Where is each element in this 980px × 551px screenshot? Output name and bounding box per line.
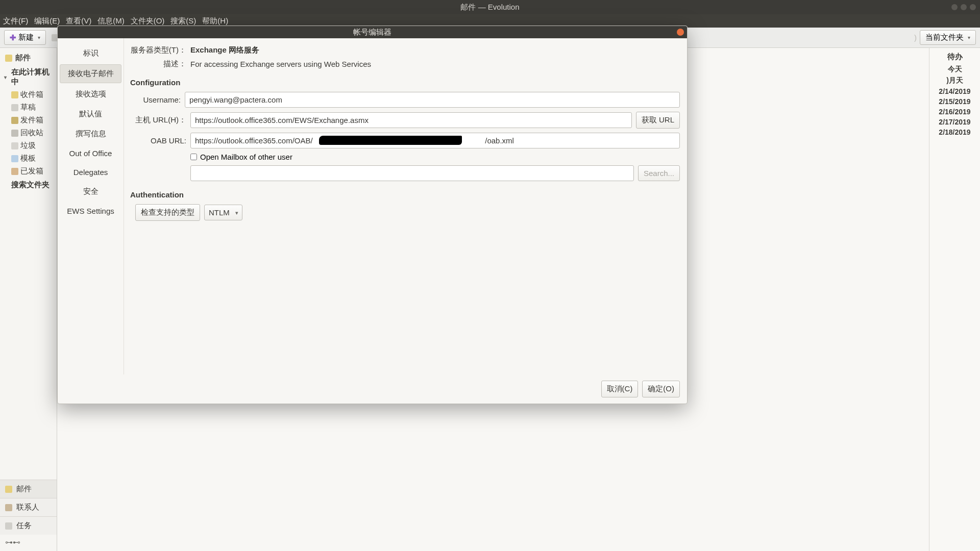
- template-icon: [11, 155, 18, 162]
- switcher-contacts[interactable]: 联系人: [0, 498, 57, 516]
- nav-identity[interactable]: 标识: [60, 44, 121, 62]
- tomorrow-heading: )月天: [932, 76, 978, 85]
- window-controls: [951, 4, 976, 10]
- tree-expand-icon: ▾: [4, 74, 9, 80]
- envelope-icon: [5, 486, 12, 493]
- cancel-button[interactable]: 取消(C): [601, 381, 639, 397]
- folder-drafts[interactable]: 草稿: [1, 101, 57, 114]
- host-url-input[interactable]: [190, 112, 632, 128]
- menu-file[interactable]: 文件(F): [3, 16, 28, 26]
- folder-outbox[interactable]: 发件箱: [1, 114, 57, 127]
- folder-drafts-label: 草稿: [20, 103, 36, 112]
- configuration-heading: Configuration: [130, 78, 680, 87]
- open-other-user-checkbox[interactable]: [190, 154, 197, 160]
- nav-receiving-mail[interactable]: 接收电子邮件: [60, 64, 121, 83]
- folder-search-root[interactable]: 搜索文件夹: [1, 179, 57, 191]
- description-value: For accessing Exchange servers using Web…: [190, 60, 680, 68]
- menu-folder[interactable]: 文件夹(O): [131, 16, 165, 26]
- folder-search-label: 搜索文件夹: [11, 180, 50, 190]
- current-folder-label: 当前文件夹: [925, 33, 964, 42]
- outbox-icon: [11, 117, 18, 124]
- folder-sent[interactable]: 已发箱: [1, 165, 57, 178]
- close-icon[interactable]: [970, 4, 976, 10]
- switcher-tasks[interactable]: 任务: [0, 516, 57, 535]
- switcher-more[interactable]: ⊶⊷: [0, 535, 57, 551]
- plus-icon: ✚: [10, 33, 16, 42]
- folder-sent-label: 已发箱: [20, 166, 43, 176]
- nav-security[interactable]: 安全: [60, 183, 121, 201]
- app-title: 邮件 — Evolution: [460, 3, 519, 12]
- search-user-button[interactable]: Search...: [638, 165, 680, 181]
- nav-delegates[interactable]: Delegates: [60, 164, 121, 181]
- nav-ews-settings[interactable]: EWS Settings: [60, 203, 121, 219]
- other-user-input[interactable]: [190, 165, 634, 181]
- dialog-title: 帐号编辑器: [353, 28, 391, 37]
- new-button-label: 新建: [18, 33, 34, 42]
- check-supported-types-button[interactable]: 检查支持的类型: [135, 204, 200, 221]
- sidebar-header-label: 邮件: [15, 53, 31, 63]
- envelope-icon: [5, 55, 12, 62]
- dialog-close-icon[interactable]: [677, 29, 684, 36]
- folder-inbox[interactable]: 收件箱: [1, 88, 57, 101]
- menu-message[interactable]: 信息(M): [97, 16, 125, 26]
- folder-local[interactable]: ▾在此计算机中: [1, 66, 57, 88]
- main-titlebar: 邮件 — Evolution: [0, 0, 980, 14]
- host-url-label: 主机 URL(H)：: [130, 115, 186, 125]
- folder-outbox-label: 发件箱: [20, 115, 43, 125]
- today-heading: 今天: [932, 65, 978, 74]
- folder-recycle[interactable]: 回收站: [1, 127, 57, 139]
- nav-out-of-office[interactable]: Out of Office: [60, 145, 121, 162]
- date-entry: 2/14/2019: [932, 87, 978, 95]
- tasks-icon: [5, 522, 12, 530]
- account-editor-dialog: 帐号编辑器 标识 接收电子邮件 接收选项 默认值 撰写信息 Out of Off…: [57, 26, 688, 404]
- username-label: Username:: [130, 95, 181, 104]
- draft-icon: [11, 104, 18, 111]
- server-type-value: Exchange 网络服务: [190, 45, 680, 55]
- description-label: 描述：: [130, 59, 186, 69]
- todo-panel: 待办 今天 )月天 2/14/2019 2/15/2019 2/16/2019 …: [929, 48, 980, 551]
- auth-type-select[interactable]: NTLM: [204, 205, 242, 220]
- dialog-titlebar: 帐号编辑器: [58, 26, 687, 38]
- username-input[interactable]: [185, 92, 680, 108]
- server-type-label: 服务器类型(T)：: [130, 45, 186, 55]
- sidebar-header: 邮件: [0, 48, 57, 66]
- chevron-down-icon: ▾: [38, 35, 40, 40]
- nav-composing[interactable]: 撰写信息: [60, 125, 121, 143]
- todo-header: 待办: [932, 52, 978, 62]
- switcher-mail-label: 邮件: [16, 484, 32, 494]
- menu-search[interactable]: 搜索(S): [170, 16, 196, 26]
- nav-defaults[interactable]: 默认值: [60, 105, 121, 123]
- open-other-user-label: Open Mailbox of other user: [200, 153, 292, 161]
- authentication-heading: Authentication: [130, 190, 680, 199]
- recycle-icon: [11, 130, 18, 137]
- folder-junk[interactable]: 垃圾: [1, 139, 57, 152]
- menu-view[interactable]: 查看(V): [66, 16, 91, 26]
- dialog-content: 服务器类型(T)： Exchange 网络服务 描述： For accessin…: [124, 38, 687, 374]
- switcher-contacts-label: 联系人: [16, 503, 39, 512]
- contacts-icon: [5, 504, 12, 511]
- maximize-icon[interactable]: [961, 4, 967, 10]
- folder-templates[interactable]: 模板: [1, 152, 57, 165]
- switcher-tasks-label: 任务: [16, 521, 32, 531]
- folder-tree: ▾在此计算机中 收件箱 草稿 发件箱 回收站 垃圾 模板 已发箱 搜索文件夹: [0, 66, 57, 480]
- current-folder-button[interactable]: 当前文件夹 ▾: [920, 30, 976, 45]
- menu-edit[interactable]: 编辑(E): [34, 16, 60, 26]
- fetch-url-button[interactable]: 获取 URL: [636, 112, 680, 129]
- dialog-nav: 标识 接收电子邮件 接收选项 默认值 撰写信息 Out of Office De…: [58, 38, 124, 374]
- new-button[interactable]: ✚ 新建 ▾: [4, 30, 46, 45]
- switcher-mail[interactable]: 邮件: [0, 480, 57, 498]
- date-entry: 2/15/2019: [932, 97, 978, 106]
- toolbar-right-placeholder: ): [914, 33, 917, 42]
- folder-templates-label: 模板: [20, 154, 36, 163]
- menu-help[interactable]: 帮助(H): [202, 16, 228, 26]
- minimize-icon[interactable]: [951, 4, 958, 10]
- chevron-down-icon: ▾: [968, 35, 970, 40]
- date-entry: 2/16/2019: [932, 108, 978, 116]
- mail-sidebar: 邮件 ▾在此计算机中 收件箱 草稿 发件箱 回收站 垃圾 模板 已发箱 搜索文件…: [0, 48, 57, 551]
- folder-inbox-label: 收件箱: [20, 90, 43, 99]
- dialog-footer: 取消(C) 确定(O): [58, 374, 687, 404]
- ok-button[interactable]: 确定(O): [642, 381, 680, 397]
- folder-junk-label: 垃圾: [20, 141, 36, 151]
- oab-url-label: OAB URL:: [130, 136, 186, 145]
- nav-receiving-opts[interactable]: 接收选项: [60, 85, 121, 103]
